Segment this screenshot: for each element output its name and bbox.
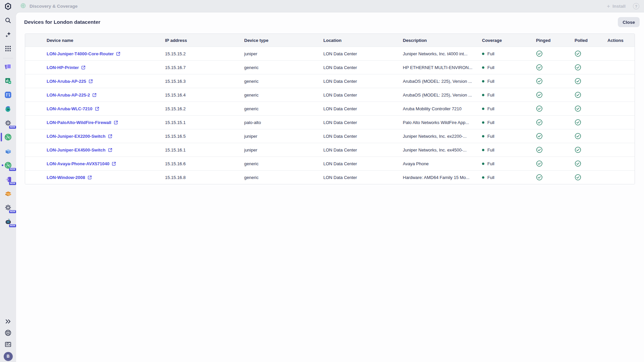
coverage-cell: Full [482, 106, 529, 111]
col-header-coverage: Coverage [482, 38, 529, 43]
app-topbar-dimmed: Discovery & Coverage + Install ? [16, 0, 644, 12]
devices-panel: Devices for London datacenter Close Devi… [16, 12, 644, 362]
sidebar-app-media[interactable] [0, 102, 16, 116]
device-name-link[interactable]: LON-PaloAlto-WildFire-Firewall [47, 120, 118, 125]
sidebar-app-layers[interactable] [0, 186, 16, 200]
ai-assist-button[interactable] [0, 28, 16, 42]
polled-cell [568, 64, 607, 71]
sidebar-app-assistant[interactable]: NEW [0, 215, 16, 229]
usage-analytics-button[interactable] [0, 339, 16, 351]
sidebar-app-settings[interactable]: NEW [0, 200, 16, 215]
location-cell: LON Data Center [323, 93, 403, 98]
coverage-cell: Full [482, 175, 529, 180]
description-cell: ArubaOS (MODEL: 225), Version ... [403, 79, 482, 84]
storage-icon [4, 147, 12, 155]
device-type-cell: generic [244, 106, 323, 111]
polled-check-icon [575, 64, 581, 71]
sidebar-app-discovery[interactable] [0, 130, 16, 144]
device-name-link[interactable]: LON-Juniper-EX4500-Switch [47, 147, 112, 153]
notification-dot [2, 165, 3, 166]
col-header-device-name: Device name [25, 38, 165, 43]
coverage-cell: Full [482, 134, 529, 139]
table-row: LON-Window-2008 15.15.16.8 generic LON D… [25, 170, 635, 184]
location-cell: LON Data Center [323, 161, 403, 166]
apps-grid-icon [5, 45, 11, 53]
external-link-icon [81, 65, 86, 70]
device-name-link[interactable]: LON-Window-2008 [47, 175, 92, 180]
polled-check-icon [575, 174, 581, 181]
sidebar-app-collections[interactable] [0, 60, 16, 74]
polled-cell [568, 78, 607, 84]
search-button[interactable] [0, 14, 16, 28]
install-button[interactable]: + Install [607, 3, 626, 9]
coverage-cell: Full [482, 51, 529, 56]
coverage-cell: Full [482, 147, 529, 153]
sidebar-app-automation[interactable]: NEW [0, 116, 16, 130]
analytics-icon [4, 77, 12, 85]
app-rail: NEWNEWNEWNEWNEW B [0, 0, 16, 362]
sidebar-app-storage[interactable] [0, 144, 16, 158]
device-name-link[interactable]: LON-Juniper-EX2200-Switch [47, 134, 112, 139]
new-badge: NEW [9, 168, 16, 171]
location-cell: LON Data Center [323, 79, 403, 84]
polled-check-icon [575, 146, 581, 153]
description-cell: Avaya Phone [403, 161, 482, 166]
pinged-check-icon [536, 50, 543, 57]
device-name-link[interactable]: LON-Aruba-AP-225 [47, 79, 93, 84]
device-name-link[interactable]: LON-Juniper-T4000-Core-Router [47, 51, 120, 56]
external-link-icon [112, 162, 116, 166]
polled-check-icon [575, 119, 581, 126]
device-name-link[interactable]: LON-HP-Printer [47, 65, 86, 70]
polled-check-icon [575, 92, 581, 98]
description-cell: Hardware: AMD64 Family 15 Mo... [403, 175, 482, 180]
polled-check-icon [575, 160, 581, 167]
new-badge: NEW [9, 126, 16, 129]
all-apps-button[interactable] [0, 42, 16, 56]
location-cell: LON Data Center [323, 134, 403, 139]
expand-rail-button[interactable] [0, 316, 16, 328]
usage-chart-icon [4, 341, 12, 349]
device-name-link[interactable]: LON-Aruba-AP-225-2 [47, 93, 97, 98]
product-logo[interactable] [0, 0, 16, 14]
pinged-check-icon [536, 78, 543, 84]
device-type-cell: generic [244, 161, 323, 166]
app-title: Discovery & Coverage [30, 4, 77, 9]
sidebar-app-labels[interactable]: NEW [0, 172, 16, 186]
coverage-status-dot [482, 80, 484, 82]
col-header-ip-address: IP address [165, 38, 244, 43]
device-name-link[interactable]: LON-Avaya-Phone-AVX571040 [47, 161, 116, 166]
pinged-check-icon [536, 160, 543, 167]
coverage-status-dot [482, 149, 484, 151]
user-avatar[interactable]: B [0, 351, 16, 362]
table-row: LON-Aruba-WLC-7210 15.15.16.2 generic LO… [25, 102, 635, 115]
ip-address-cell: 15.15.16.4 [165, 93, 244, 98]
external-link-icon [116, 52, 120, 56]
table-row: LON-PaloAlto-WildFire-Firewall 15.15.15.… [25, 115, 635, 129]
polled-cell [568, 146, 607, 153]
ip-address-cell: 15.15.15.1 [165, 120, 244, 125]
polled-check-icon [575, 133, 581, 139]
life-ring-icon [4, 329, 12, 338]
col-header-description: Description [403, 38, 482, 43]
help-icon[interactable]: ? [633, 3, 639, 9]
description-cell: Palo Alto Networks WildFire App... [403, 120, 482, 125]
description-cell: Juniper Networks, Inc. ex2200-... [403, 134, 482, 139]
logo-cube-icon [4, 2, 12, 12]
ip-address-cell: 15.15.16.6 [165, 161, 244, 166]
sidebar-app-workflow[interactable] [0, 88, 16, 102]
pinged-check-icon [536, 119, 543, 126]
device-type-cell: palo-alto [244, 120, 323, 125]
coverage-cell: Full [482, 65, 529, 70]
sidebar-app-monitoring[interactable]: NEW [0, 158, 16, 172]
device-name-link[interactable]: LON-Aruba-WLC-7210 [47, 106, 99, 111]
help-support-button[interactable] [0, 328, 16, 339]
close-button[interactable]: Close [618, 17, 640, 27]
panel-title: Devices for London datacenter [24, 17, 100, 27]
pinged-cell [529, 92, 568, 98]
sidebar-app-analytics[interactable] [0, 74, 16, 88]
ip-address-cell: 15.15.16.7 [165, 65, 244, 70]
location-cell: LON Data Center [323, 120, 403, 125]
location-cell: LON Data Center [323, 147, 403, 153]
device-type-cell: generic [244, 93, 323, 98]
coverage-status-dot [482, 176, 484, 179]
